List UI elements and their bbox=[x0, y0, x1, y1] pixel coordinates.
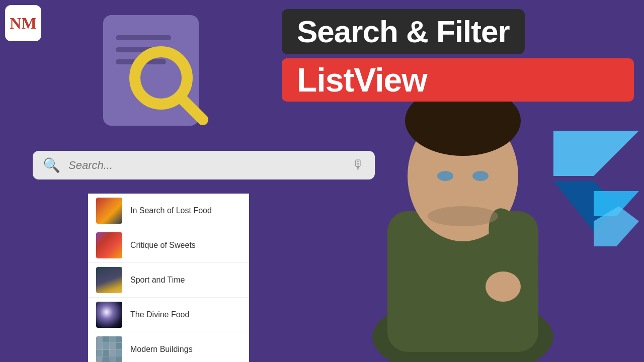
item-thumbnail-3 bbox=[96, 267, 122, 293]
list-item[interactable]: Critique of Sweets bbox=[88, 228, 249, 263]
title-box-sub: ListView bbox=[282, 58, 634, 102]
svg-line-1 bbox=[181, 98, 203, 120]
item-label-3: Sport and Time bbox=[130, 276, 185, 285]
microphone-icon[interactable]: 🎙 bbox=[352, 157, 365, 173]
search-bar[interactable]: 🔍 🎙 bbox=[33, 151, 375, 179]
search-input[interactable] bbox=[68, 159, 344, 172]
item-thumbnail-4 bbox=[96, 302, 122, 328]
item-thumbnail-5 bbox=[96, 336, 122, 362]
item-label-1: In Search of Lost Food bbox=[130, 206, 212, 215]
list-container: In Search of Lost Food Critique of Sweet… bbox=[88, 194, 249, 362]
title-line2: ListView bbox=[297, 63, 619, 97]
doc-line-1 bbox=[116, 35, 171, 40]
magnifier-icon bbox=[128, 45, 209, 126]
item-thumbnail-1 bbox=[96, 198, 122, 224]
logo-text: NM bbox=[10, 15, 36, 31]
title-box-main: Search & Filter bbox=[282, 9, 525, 54]
item-label-4: The Divine Food bbox=[130, 310, 189, 319]
logo-badge: NM bbox=[5, 5, 41, 41]
item-thumbnail-2 bbox=[96, 232, 122, 258]
search-icon: 🔍 bbox=[43, 157, 60, 173]
svg-point-11 bbox=[486, 272, 521, 302]
svg-point-13 bbox=[472, 171, 489, 181]
title-area: Search & Filter ListView bbox=[282, 9, 634, 102]
doc-icon-illustration bbox=[93, 15, 214, 146]
title-line1: Search & Filter bbox=[297, 16, 510, 47]
list-item[interactable]: In Search of Lost Food bbox=[88, 194, 249, 228]
list-item[interactable]: Sport and Time bbox=[88, 263, 249, 298]
item-label-2: Critique of Sweets bbox=[130, 241, 196, 250]
list-item[interactable]: The Divine Food bbox=[88, 298, 249, 332]
list-item[interactable]: Modern Buildings bbox=[88, 332, 249, 362]
item-label-5: Modern Buildings bbox=[130, 345, 193, 354]
search-area: 🔍 🎙 bbox=[33, 151, 375, 179]
svg-point-12 bbox=[437, 171, 453, 181]
svg-point-14 bbox=[428, 206, 498, 226]
